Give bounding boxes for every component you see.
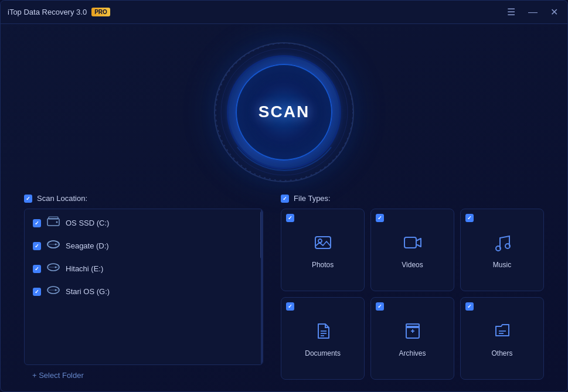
file-type-label-photos: Photos	[312, 261, 334, 269]
file-type-card-documents[interactable]: Documents	[281, 297, 365, 380]
svg-rect-15	[315, 237, 331, 248]
file-types-header: File Types:	[281, 194, 544, 203]
scan-area: SCAN	[214, 24, 355, 194]
drive-name-d: Seagate (D:)	[66, 241, 109, 250]
drive-checkbox-g[interactable]	[33, 288, 41, 296]
drive-name-c: OS SSD (C:)	[66, 219, 109, 227]
file-type-checkbox-others[interactable]	[465, 302, 474, 311]
pro-badge: PRO	[91, 8, 110, 16]
scan-location-title: Scan Location:	[37, 194, 87, 203]
scrollbar-track[interactable]	[260, 209, 263, 364]
scan-location-checkbox[interactable]	[24, 195, 32, 203]
file-types-checkbox[interactable]	[281, 195, 289, 203]
drive-item-d[interactable]: Seagate (D:)	[25, 234, 263, 257]
file-type-label-music: Music	[493, 261, 511, 269]
file-type-checkbox-music[interactable]	[465, 214, 474, 222]
svg-point-14	[55, 289, 57, 291]
title-bar-left: iTop Data Recovery 3.0 PRO	[8, 8, 110, 16]
drive-item-e[interactable]: Hitachi (E:)	[25, 257, 263, 280]
scan-middle-ring: SCAN	[227, 55, 341, 169]
title-bar-controls: ☰ — ✕	[505, 6, 560, 18]
file-type-checkbox-archives[interactable]	[376, 302, 384, 311]
drive-list: OS SSD (C:) Seagate (D:) Hitachi (E:) St…	[24, 209, 263, 365]
file-type-icon-videos	[403, 233, 422, 256]
svg-point-11	[55, 267, 57, 268]
bottom-panel: Scan Location: OS SSD (C:) Seagate (D:) …	[24, 194, 544, 380]
file-type-grid: Photos Videos Music Documents Archives O…	[281, 209, 544, 380]
app-title: iTop Data Recovery 3.0	[8, 8, 87, 16]
minimize-button[interactable]: —	[526, 6, 540, 18]
drive-icon-d	[47, 239, 60, 253]
file-type-icon-documents	[314, 322, 332, 345]
file-type-label-archives: Archives	[399, 349, 426, 357]
file-type-icon-photos	[314, 233, 332, 256]
svg-rect-17	[404, 237, 416, 248]
file-types-title: File Types:	[294, 194, 331, 203]
drive-checkbox-c[interactable]	[33, 219, 41, 227]
drive-icon-e	[47, 262, 60, 275]
scan-button[interactable]: SCAN	[259, 103, 309, 121]
file-type-card-photos[interactable]: Photos	[281, 209, 365, 291]
menu-button[interactable]: ☰	[505, 6, 518, 18]
svg-point-16	[318, 239, 322, 243]
file-types-panel: File Types: Photos Videos Music Document…	[281, 194, 544, 380]
file-type-card-others[interactable]: Others	[460, 297, 544, 380]
drive-name-e: Hitachi (E:)	[66, 264, 103, 273]
svg-point-4	[56, 221, 58, 223]
file-type-icon-others	[493, 322, 512, 345]
scan-outer-ring: SCAN	[214, 42, 355, 182]
file-type-label-others: Others	[492, 349, 513, 357]
drive-checkbox-d[interactable]	[33, 242, 41, 250]
title-bar: iTop Data Recovery 3.0 PRO ☰ — ✕	[1, 1, 567, 24]
drive-item-g[interactable]: Stari OS (G:)	[25, 280, 263, 303]
file-type-checkbox-documents[interactable]	[286, 302, 294, 311]
file-type-checkbox-photos[interactable]	[286, 214, 294, 222]
scrollbar-thumb[interactable]	[260, 212, 263, 258]
file-type-checkbox-videos[interactable]	[376, 214, 384, 222]
file-type-icon-archives	[403, 322, 422, 345]
file-type-label-videos: Videos	[402, 261, 423, 269]
scan-location-panel: Scan Location: OS SSD (C:) Seagate (D:) …	[24, 194, 263, 380]
file-type-icon-music	[493, 233, 512, 256]
drive-checkbox-e[interactable]	[33, 265, 41, 273]
drive-name-g: Stari OS (G:)	[66, 287, 110, 296]
app-window: iTop Data Recovery 3.0 PRO ☰ — ✕	[0, 0, 568, 392]
svg-point-8	[55, 244, 57, 246]
file-type-card-videos[interactable]: Videos	[370, 209, 454, 291]
drive-icon-c	[47, 216, 60, 230]
drive-item-c[interactable]: OS SSD (C:)	[25, 212, 263, 234]
main-content: SCAN Scan Location: OS SSD (C:)	[1, 24, 567, 391]
scan-inner-glow: SCAN	[236, 64, 332, 161]
add-folder-button[interactable]: + Select Folder	[24, 365, 263, 380]
file-type-label-documents: Documents	[305, 349, 341, 357]
close-button[interactable]: ✕	[548, 6, 560, 18]
drive-icon-g	[47, 285, 60, 298]
scan-location-header: Scan Location:	[24, 194, 263, 203]
file-type-card-archives[interactable]: Archives	[370, 297, 454, 380]
file-type-card-music[interactable]: Music	[460, 209, 544, 291]
